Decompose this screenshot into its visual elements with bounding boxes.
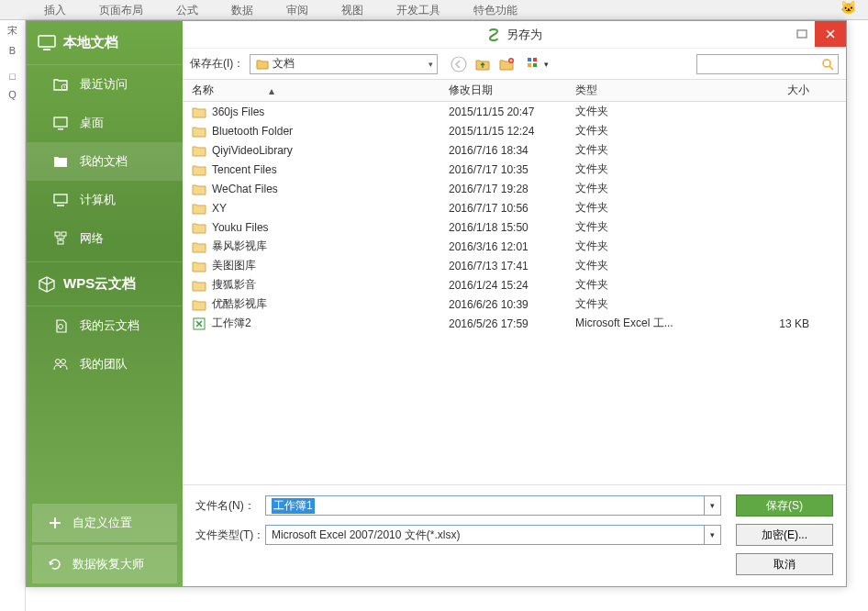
file-type: 文件夹: [575, 258, 695, 273]
sidebar-item-label: 我的团队: [80, 356, 128, 372]
sidebar-item-recent[interactable]: 最近访问: [27, 65, 183, 104]
sidebar-item-plus[interactable]: 自定义位置: [32, 504, 177, 542]
file-row[interactable]: 工作簿22016/5/26 17:59Microsoft Excel 工...1…: [183, 314, 846, 333]
ribbon-tab[interactable]: 视图: [325, 0, 380, 19]
file-row[interactable]: 优酷影视库2016/6/26 10:39文件夹: [183, 294, 846, 314]
svg-rect-16: [533, 58, 537, 61]
view-grid-icon: [528, 58, 542, 71]
folder-icon: [192, 124, 206, 139]
ribbon-tab[interactable]: 审阅: [270, 0, 325, 19]
sidebar-item-computer[interactable]: 计算机: [27, 181, 183, 219]
file-row[interactable]: QiyiVideoLibrary2016/7/16 18:34文件夹: [183, 140, 846, 160]
close-button[interactable]: [815, 21, 846, 47]
svg-rect-15: [528, 58, 531, 61]
col-size-header[interactable]: 大小: [695, 83, 846, 98]
ribbon-tab[interactable]: 插入: [28, 0, 83, 19]
sidebar-header-local: 本地文档: [27, 21, 183, 65]
maximize-icon: [796, 29, 807, 39]
file-row[interactable]: Bluetooth Folder2015/11/15 12:24文件夹: [183, 121, 846, 140]
ribbon-tab[interactable]: 特色功能: [457, 0, 534, 19]
save-as-dialog: 本地文档 最近访问桌面我的文档计算机网络 WPS云文档 我的云文档我的团队 自定…: [26, 20, 847, 587]
file-name: 工作簿2: [212, 316, 449, 331]
sidebar-item-folder[interactable]: 我的文档: [27, 142, 183, 181]
filename-label: 文件名(N)：: [195, 498, 265, 514]
dialog-title: 另存为: [486, 27, 542, 43]
sidebar-item-desktop[interactable]: 桌面: [27, 104, 183, 142]
new-folder-button[interactable]: [495, 53, 517, 75]
up-folder-button[interactable]: [472, 53, 494, 75]
file-type: 文件夹: [575, 142, 695, 158]
folder-icon: [192, 278, 206, 293]
up-folder-icon: [474, 57, 491, 72]
sidebar-item-cloud-doc[interactable]: 我的云文档: [27, 306, 183, 345]
file-row[interactable]: Youku Files2016/1/18 15:50文件夹: [183, 217, 846, 237]
file-row[interactable]: 美图图库2016/7/13 17:41文件夹: [183, 256, 846, 275]
sidebar-item-label: 桌面: [80, 115, 104, 131]
file-name: XY: [212, 202, 449, 215]
location-select[interactable]: 文档 ▾: [250, 54, 438, 74]
ribbon-tab[interactable]: 开发工具: [380, 0, 457, 19]
file-name: QiyiVideoLibrary: [212, 144, 449, 157]
file-type: 文件夹: [575, 104, 695, 119]
col-date-header[interactable]: 修改日期: [449, 83, 575, 98]
svg-rect-18: [533, 63, 537, 67]
filetype-dropdown[interactable]: ▾: [705, 525, 721, 545]
sidebar: 本地文档 最近访问桌面我的文档计算机网络 WPS云文档 我的云文档我的团队 自定…: [27, 21, 183, 586]
ribbon-tab[interactable]: 数据: [215, 0, 270, 19]
ribbon-tab[interactable]: 页面布局: [83, 0, 160, 19]
folder-icon: [192, 220, 206, 235]
sidebar-item-refresh[interactable]: 数据恢复大师: [32, 545, 177, 583]
sidebar-item-team[interactable]: 我的团队: [27, 345, 183, 383]
file-date: 2016/1/24 15:24: [449, 279, 575, 292]
ribbon-tabs: 插入页面布局公式数据审阅视图开发工具特色功能: [0, 0, 868, 20]
file-type: Microsoft Excel 工...: [575, 316, 695, 331]
save-button[interactable]: 保存(S): [736, 494, 833, 517]
sidebar-item-label: 数据恢复大师: [72, 556, 144, 572]
file-date: 2015/11/15 12:24: [449, 125, 575, 138]
view-mode-button[interactable]: ▾: [520, 54, 555, 74]
file-row[interactable]: 暴风影视库2016/3/16 12:01文件夹: [183, 237, 846, 256]
back-icon: [451, 56, 467, 72]
sidebar-item-label: 计算机: [80, 192, 116, 208]
sidebar-item-network[interactable]: 网络: [27, 219, 183, 258]
encrypt-button[interactable]: 加密(E)...: [736, 524, 833, 546]
back-button[interactable]: [448, 53, 470, 75]
svg-point-11: [61, 360, 66, 364]
filetype-select[interactable]: Microsoft Excel 2007/2010 文件(*.xlsx): [265, 525, 705, 545]
folder-icon: [192, 297, 206, 312]
file-type: 文件夹: [575, 161, 695, 177]
cancel-button[interactable]: 取消: [736, 553, 833, 575]
svg-rect-8: [58, 240, 63, 244]
svg-rect-1: [43, 49, 50, 50]
file-date: 2016/7/16 18:34: [449, 144, 575, 157]
filename-dropdown[interactable]: ▾: [705, 495, 721, 516]
file-date: 2015/11/15 20:47: [449, 106, 575, 118]
chevron-down-icon: ▾: [428, 60, 433, 69]
col-type-header[interactable]: 类型: [575, 83, 695, 98]
svg-rect-6: [55, 232, 60, 236]
col-name-header[interactable]: 名称 ▴: [183, 83, 449, 98]
file-row[interactable]: 360js Files2015/11/15 20:47文件夹: [183, 102, 846, 121]
file-name: 暴风影视库: [212, 239, 449, 254]
folder-icon: [192, 182, 206, 196]
maximize-button[interactable]: [789, 21, 815, 47]
folder-icon: [192, 201, 206, 216]
sort-asc-icon: ▴: [269, 84, 274, 97]
svg-rect-3: [54, 117, 67, 127]
file-row[interactable]: Tencent Files2016/7/17 10:35文件夹: [183, 160, 846, 179]
dialog-footer: 文件名(N)： 工作簿1 ▾ 保存(S) 文件类型(T)： Microsoft …: [183, 484, 846, 586]
monitor-icon: [38, 35, 56, 51]
filename-input[interactable]: 工作簿1: [265, 495, 705, 516]
computer-icon: [52, 192, 69, 208]
file-row[interactable]: 搜狐影音2016/1/24 15:24文件夹: [183, 275, 846, 294]
file-name: Bluetooth Folder: [212, 125, 449, 138]
search-input[interactable]: [696, 54, 839, 74]
sidebar-item-label: 最近访问: [80, 76, 128, 93]
file-row[interactable]: XY2016/7/17 10:56文件夹: [183, 198, 846, 217]
folder-icon: [192, 239, 206, 254]
refresh-icon: [47, 556, 63, 572]
file-row[interactable]: WeChat Files2016/7/17 19:28文件夹: [183, 179, 846, 198]
ribbon-tab[interactable]: 公式: [160, 0, 215, 19]
file-list: 360js Files2015/11/15 20:47文件夹Bluetooth …: [183, 102, 846, 484]
wps-s-icon: [486, 28, 501, 42]
